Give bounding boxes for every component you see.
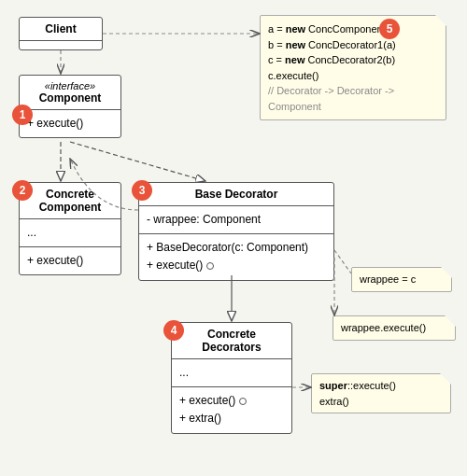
wrappee-assign-note: wrappee = c — [351, 267, 452, 292]
base-decorator-methods: + BaseDecorator(c: Component) + execute(… — [139, 234, 333, 279]
note-line1: a = new ConcComponent() — [268, 21, 438, 37]
component-header: «interface» Component — [20, 76, 120, 110]
wrappee-execute-note: wrappee.execute() — [333, 315, 456, 341]
concrete-decorators-execute: + execute() — [179, 392, 284, 410]
svg-line-7 — [334, 250, 351, 273]
super-execute-line2: extra() — [319, 394, 443, 410]
base-decorator-constructor: + BaseDecorator(c: Component) — [147, 239, 326, 257]
client-code-note: a = new ConcComponent() b = new ConcDeco… — [260, 15, 446, 120]
component-title: Component — [39, 91, 102, 105]
badge-2: 2 — [12, 180, 33, 201]
base-decorator-fields: - wrappee: Component — [139, 206, 333, 234]
base-decorator-box: Base Decorator - wrappee: Component + Ba… — [138, 182, 334, 281]
badge-4: 4 — [163, 320, 184, 341]
note-line4: c.execute() — [268, 68, 438, 84]
note-line2: b = new ConcDecorator1(a) — [268, 37, 438, 53]
diagram-container: Client «interface» Component + execute()… — [0, 0, 467, 476]
super-execute-note: super::execute() extra() — [311, 373, 451, 413]
concrete-decorators-box: ConcreteDecorators ... + execute() + ext… — [171, 322, 292, 434]
concrete-decorators-header: ConcreteDecorators — [172, 323, 291, 359]
concrete-component-execute: + execute() — [27, 252, 113, 270]
badge-3: 3 — [132, 180, 152, 201]
component-methods: + execute() — [20, 110, 120, 137]
component-stereotype: «interface» — [27, 80, 113, 91]
concrete-decorators-title: ConcreteDecorators — [202, 328, 261, 354]
lollipop-cd-execute — [239, 398, 247, 405]
concrete-decorators-fields: ... — [172, 359, 291, 387]
concrete-component-methods: + execute() — [20, 247, 120, 274]
badge-1: 1 — [12, 105, 33, 125]
note-line3: c = new ConcDecorator2(b) — [268, 52, 438, 68]
base-decorator-title: Base Decorator — [195, 188, 278, 201]
concrete-component-title: ConcreteComponent — [39, 188, 102, 214]
badge-5: 5 — [379, 19, 400, 39]
concrete-decorators-dots: ... — [179, 364, 284, 382]
super-execute-line1: super::execute() — [319, 378, 443, 394]
client-box: Client — [19, 17, 103, 50]
svg-line-6 — [70, 142, 205, 181]
client-title: Client — [45, 22, 76, 35]
base-decorator-header: Base Decorator — [139, 183, 333, 206]
base-decorator-execute: + execute() — [147, 257, 326, 274]
concrete-decorators-extra: + extra() — [179, 410, 284, 427]
note-line5: // Decorator -> Decorator -> Component — [268, 83, 438, 114]
concrete-component-box: ConcreteComponent ... + execute() — [19, 182, 121, 275]
concrete-decorators-methods: + execute() + extra() — [172, 387, 291, 432]
component-box: «interface» Component + execute() — [19, 75, 121, 138]
wrappee-execute-text: wrappee.execute() — [341, 320, 447, 336]
concrete-component-header: ConcreteComponent — [20, 183, 120, 219]
concrete-component-dots: ... — [27, 224, 113, 242]
wrappee-assign-text: wrappee = c — [360, 272, 444, 287]
concrete-component-fields: ... — [20, 219, 120, 247]
lollipop-execute — [206, 262, 214, 270]
client-header: Client — [20, 18, 102, 41]
component-method-execute: + execute() — [27, 115, 113, 133]
base-decorator-wrappee: - wrappee: Component — [147, 211, 326, 229]
